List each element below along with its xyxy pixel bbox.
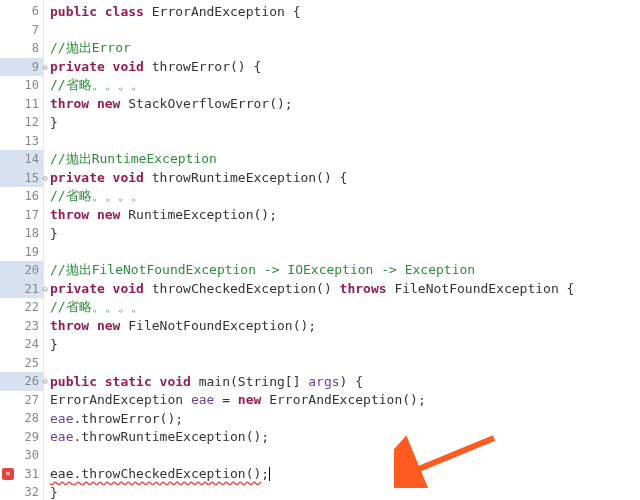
code-line[interactable]: throw new StackOverflowError();: [50, 95, 640, 114]
comment: //抛出Error: [50, 39, 131, 57]
code-text: main(String[]: [191, 374, 308, 389]
variable: eae: [50, 429, 73, 444]
code-line[interactable]: }: [50, 483, 640, 500]
code-line[interactable]: ErrorAndException eae = new ErrorAndExce…: [50, 391, 640, 410]
line-number: 17: [0, 206, 43, 225]
comment: //抛出FileNotFoundException -> IOException…: [50, 261, 475, 279]
code-line[interactable]: }: [50, 113, 640, 132]
line-number: 19: [0, 243, 43, 262]
line-number: 6: [0, 2, 43, 21]
code-text: .throwRuntimeException();: [73, 429, 269, 444]
code-text: FileNotFoundException();: [120, 318, 316, 333]
line-number: 11: [0, 95, 43, 114]
code-text: =: [214, 392, 237, 407]
line-number: 32: [0, 483, 43, 500]
keyword: throw new: [50, 207, 120, 222]
code-text: }: [50, 115, 58, 130]
comment: //抛出RuntimeException: [50, 150, 217, 168]
code-text: }: [50, 226, 58, 241]
variable: eae: [50, 411, 73, 426]
code-line[interactable]: private void throwCheckedException() thr…: [50, 280, 640, 299]
line-number: 22: [0, 298, 43, 317]
code-line[interactable]: throw new RuntimeException();: [50, 206, 640, 225]
keyword: private void: [50, 59, 144, 74]
code-text: FileNotFoundException {: [387, 281, 575, 296]
line-number: 23: [0, 317, 43, 336]
code-line[interactable]: //抛出Error: [50, 39, 640, 58]
code-line[interactable]: }: [50, 224, 640, 243]
code-line[interactable]: eae.throwError();: [50, 409, 640, 428]
line-number: 8: [0, 39, 43, 58]
code-line[interactable]: [50, 132, 640, 151]
code-text: ;: [261, 466, 269, 481]
code-text: throwRuntimeException() {: [144, 170, 348, 185]
text-cursor: [269, 467, 270, 481]
keyword: throw new: [50, 318, 120, 333]
code-text: }: [50, 485, 58, 500]
line-number: 24: [0, 335, 43, 354]
line-number: 7: [0, 21, 43, 40]
comment: //省略。。。。: [50, 76, 144, 94]
keyword: private void: [50, 170, 144, 185]
code-line[interactable]: [50, 354, 640, 373]
code-text: }: [50, 337, 58, 352]
line-number: 12: [0, 113, 43, 132]
code-text: throwError() {: [144, 59, 261, 74]
code-line[interactable]: //抛出FileNotFoundException -> IOException…: [50, 261, 640, 280]
keyword: private void: [50, 281, 144, 296]
keyword: throws: [340, 281, 387, 296]
comment: //省略。。。。: [50, 298, 144, 316]
line-number: 28: [0, 409, 43, 428]
line-number: 10: [0, 76, 43, 95]
line-number: 20: [0, 261, 43, 280]
code-error: .: [73, 466, 81, 481]
line-number: 27: [0, 391, 43, 410]
keyword: throw new: [50, 96, 120, 111]
line-number-gutter: 6 7 8 9⊖ 10 11 12 13 14 15⊖ 16 17 18 19 …: [0, 0, 44, 500]
code-line[interactable]: [50, 21, 640, 40]
code-text: .throwError();: [73, 411, 183, 426]
line-number: 30: [0, 446, 43, 465]
code-text: throwCheckedException(): [144, 281, 340, 296]
line-number: 18: [0, 224, 43, 243]
variable: eae: [191, 392, 214, 407]
line-number: 15⊖: [0, 169, 43, 188]
code-line[interactable]: private void throwError() {: [50, 58, 640, 77]
line-number: 13: [0, 132, 43, 151]
code-line[interactable]: eae.throwCheckedException();: [50, 465, 640, 484]
code-text: ErrorAndException();: [261, 392, 425, 407]
code-text: StackOverflowError();: [120, 96, 292, 111]
code-line[interactable]: //省略。。。。: [50, 187, 640, 206]
code-text: RuntimeException();: [120, 207, 277, 222]
code-line[interactable]: [50, 243, 640, 262]
line-number: 26⊖: [0, 372, 43, 391]
code-text: ErrorAndException {: [144, 4, 301, 19]
code-line[interactable]: [50, 446, 640, 465]
variable-error: eae: [50, 466, 73, 481]
code-editor[interactable]: public class ErrorAndException { //抛出Err…: [44, 0, 640, 500]
keyword: public static void: [50, 374, 191, 389]
line-number: 16: [0, 187, 43, 206]
code-line[interactable]: public class ErrorAndException {: [50, 2, 640, 21]
line-number: 25: [0, 354, 43, 373]
line-number: ✕31: [0, 465, 43, 484]
comment: //省略。。。。: [50, 187, 144, 205]
code-line[interactable]: private void throwRuntimeException() {: [50, 169, 640, 188]
keyword: public class: [50, 4, 144, 19]
code-line[interactable]: eae.throwRuntimeException();: [50, 428, 640, 447]
parameter: args: [308, 374, 339, 389]
code-error: throwCheckedException(): [81, 466, 261, 481]
code-line[interactable]: //省略。。。。: [50, 76, 640, 95]
line-number: 29: [0, 428, 43, 447]
code-line[interactable]: //省略。。。。: [50, 298, 640, 317]
keyword: new: [238, 392, 261, 407]
code-line[interactable]: //抛出RuntimeException: [50, 150, 640, 169]
code-line[interactable]: public static void main(String[] args) {: [50, 372, 640, 391]
code-line[interactable]: throw new FileNotFoundException();: [50, 317, 640, 336]
code-text: ErrorAndException: [50, 392, 191, 407]
code-line[interactable]: }: [50, 335, 640, 354]
line-number: 14: [0, 150, 43, 169]
error-marker-icon[interactable]: ✕: [2, 468, 14, 480]
line-number: 9⊖: [0, 58, 43, 77]
code-text: ) {: [340, 374, 363, 389]
